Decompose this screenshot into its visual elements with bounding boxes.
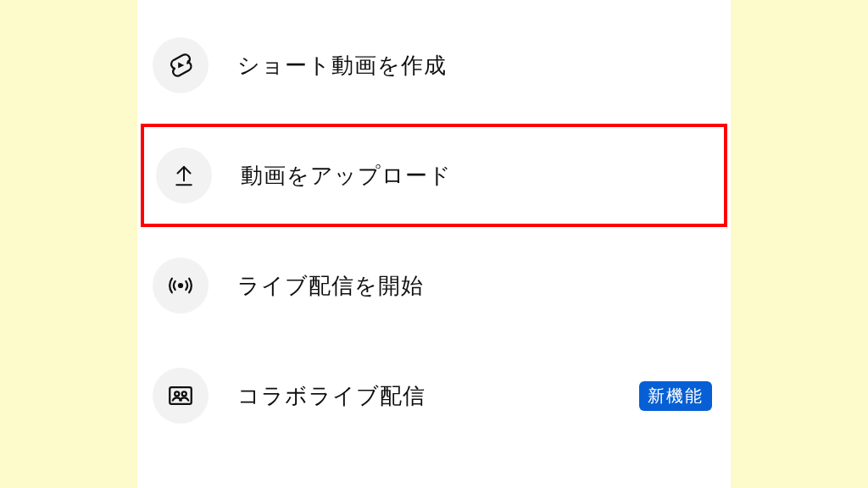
menu-item-label: 動画をアップロード	[241, 161, 709, 191]
collab-icon	[153, 368, 209, 424]
svg-point-5	[182, 391, 186, 396]
create-menu-panel: ショート動画を作成 動画をアップロード ライブ配信を開始	[137, 0, 731, 488]
menu-item-label: ショート動画を作成	[237, 51, 712, 80]
menu-item-label: ライブ配信を開始	[237, 271, 712, 301]
svg-rect-3	[170, 387, 192, 404]
svg-point-2	[178, 283, 183, 288]
live-icon	[153, 258, 209, 313]
menu-item-collab-live[interactable]: コラボライブ配信 新機能	[137, 341, 731, 451]
upload-icon	[156, 147, 212, 203]
shorts-icon	[153, 37, 209, 93]
menu-item-upload[interactable]: 動画をアップロード	[141, 124, 727, 227]
new-feature-badge: 新機能	[639, 381, 712, 411]
menu-item-shorts[interactable]: ショート動画を作成	[137, 10, 731, 120]
svg-point-4	[175, 391, 179, 396]
menu-item-label: コラボライブ配信	[237, 381, 639, 411]
menu-item-live[interactable]: ライブ配信を開始	[137, 230, 731, 341]
